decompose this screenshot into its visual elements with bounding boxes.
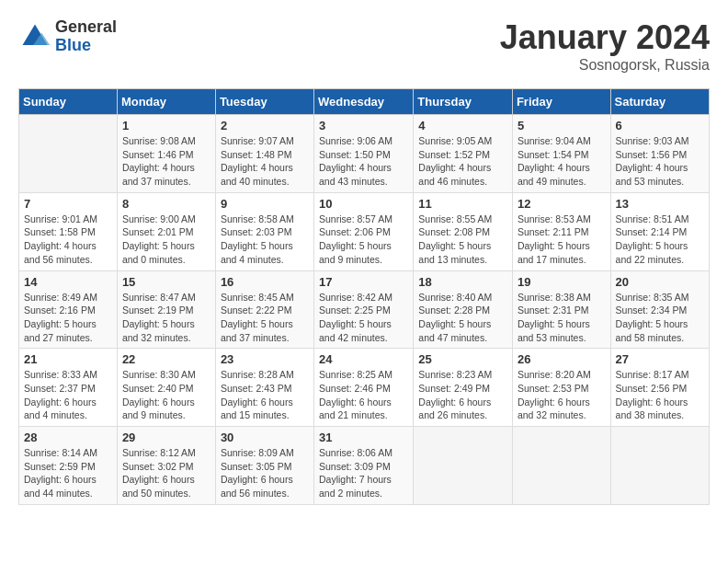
day-number: 30 — [221, 431, 309, 444]
day-number: 17 — [319, 275, 408, 289]
day-info: Sunrise: 8:23 AMSunset: 2:49 PMDaylight:… — [418, 368, 507, 422]
day-header-tuesday: Tuesday — [215, 89, 313, 115]
day-number: 22 — [122, 352, 210, 366]
title-block: January 2024 Sosnogorsk, Russia — [500, 18, 710, 74]
day-info: Sunrise: 8:49 AMSunset: 2:16 PMDaylight:… — [24, 291, 112, 345]
day-number: 31 — [319, 431, 408, 444]
day-number: 8 — [122, 197, 210, 211]
day-header-sunday: Sunday — [19, 89, 118, 115]
location-subtitle: Sosnogorsk, Russia — [500, 57, 710, 74]
calendar-cell: 9Sunrise: 8:58 AMSunset: 2:03 PMDaylight… — [215, 192, 313, 270]
month-title: January 2024 — [500, 18, 710, 57]
logo-text: General Blue — [55, 18, 117, 55]
calendar-cell: 31Sunrise: 8:06 AMSunset: 3:09 PMDayligh… — [314, 427, 414, 505]
logo: General Blue — [18, 18, 117, 55]
day-number: 4 — [418, 119, 507, 132]
calendar-week-row: 7Sunrise: 9:01 AMSunset: 1:58 PMDaylight… — [19, 192, 710, 270]
day-info: Sunrise: 8:58 AMSunset: 2:03 PMDaylight:… — [221, 213, 309, 267]
day-info: Sunrise: 8:51 AMSunset: 2:14 PMDaylight:… — [616, 213, 704, 267]
day-number: 21 — [24, 352, 112, 366]
day-info: Sunrise: 9:07 AMSunset: 1:48 PMDaylight:… — [221, 134, 309, 189]
day-number: 26 — [518, 352, 606, 366]
day-number: 6 — [616, 119, 704, 132]
day-info: Sunrise: 8:40 AMSunset: 2:28 PMDaylight:… — [418, 291, 507, 345]
day-number: 12 — [518, 197, 606, 211]
day-header-friday: Friday — [512, 89, 610, 115]
day-info: Sunrise: 8:20 AMSunset: 2:53 PMDaylight:… — [518, 368, 606, 422]
calendar-cell: 7Sunrise: 9:01 AMSunset: 1:58 PMDaylight… — [19, 192, 118, 270]
day-number: 24 — [319, 352, 408, 366]
day-header-monday: Monday — [117, 89, 215, 115]
day-number: 25 — [418, 352, 507, 366]
calendar-cell: 8Sunrise: 9:00 AMSunset: 2:01 PMDaylight… — [117, 192, 215, 270]
calendar-cell: 4Sunrise: 9:05 AMSunset: 1:52 PMDaylight… — [414, 115, 513, 193]
day-number: 14 — [24, 275, 112, 289]
calendar-cell: 6Sunrise: 9:03 AMSunset: 1:56 PMDaylight… — [610, 115, 709, 193]
calendar-cell: 12Sunrise: 8:53 AMSunset: 2:11 PMDayligh… — [512, 192, 610, 270]
day-number: 16 — [221, 275, 309, 289]
day-number: 15 — [122, 275, 210, 289]
calendar-cell: 18Sunrise: 8:40 AMSunset: 2:28 PMDayligh… — [414, 270, 513, 349]
calendar-cell: 1Sunrise: 9:08 AMSunset: 1:46 PMDaylight… — [117, 115, 215, 193]
calendar-cell: 2Sunrise: 9:07 AMSunset: 1:48 PMDaylight… — [215, 115, 313, 193]
day-header-saturday: Saturday — [610, 89, 709, 115]
calendar-cell: 25Sunrise: 8:23 AMSunset: 2:49 PMDayligh… — [414, 349, 513, 427]
day-header-wednesday: Wednesday — [314, 89, 414, 115]
day-info: Sunrise: 8:38 AMSunset: 2:31 PMDaylight:… — [518, 291, 606, 345]
calendar-cell — [19, 115, 118, 193]
day-info: Sunrise: 9:06 AMSunset: 1:50 PMDaylight:… — [319, 134, 408, 189]
calendar-cell: 22Sunrise: 8:30 AMSunset: 2:40 PMDayligh… — [117, 349, 215, 427]
day-info: Sunrise: 8:47 AMSunset: 2:19 PMDaylight:… — [122, 291, 210, 345]
day-info: Sunrise: 8:06 AMSunset: 3:09 PMDaylight:… — [319, 446, 408, 500]
calendar-cell: 13Sunrise: 8:51 AMSunset: 2:14 PMDayligh… — [610, 192, 709, 270]
day-number: 9 — [221, 197, 309, 211]
calendar-cell: 17Sunrise: 8:42 AMSunset: 2:25 PMDayligh… — [314, 270, 414, 349]
day-info: Sunrise: 8:45 AMSunset: 2:22 PMDaylight:… — [221, 291, 309, 345]
day-info: Sunrise: 8:42 AMSunset: 2:25 PMDaylight:… — [319, 291, 408, 345]
calendar-week-row: 1Sunrise: 9:08 AMSunset: 1:46 PMDaylight… — [19, 115, 710, 193]
calendar-cell: 3Sunrise: 9:06 AMSunset: 1:50 PMDaylight… — [314, 115, 414, 193]
day-info: Sunrise: 8:53 AMSunset: 2:11 PMDaylight:… — [518, 213, 606, 267]
day-info: Sunrise: 8:17 AMSunset: 2:56 PMDaylight:… — [616, 368, 704, 422]
day-number: 1 — [122, 119, 210, 132]
calendar-cell: 23Sunrise: 8:28 AMSunset: 2:43 PMDayligh… — [215, 349, 313, 427]
day-number: 3 — [319, 119, 408, 132]
calendar-cell: 19Sunrise: 8:38 AMSunset: 2:31 PMDayligh… — [512, 270, 610, 349]
calendar-cell: 15Sunrise: 8:47 AMSunset: 2:19 PMDayligh… — [117, 270, 215, 349]
day-number: 20 — [616, 275, 704, 289]
logo-icon — [18, 20, 51, 53]
day-number: 29 — [122, 431, 210, 444]
day-info: Sunrise: 8:57 AMSunset: 2:06 PMDaylight:… — [319, 213, 408, 267]
calendar-cell: 16Sunrise: 8:45 AMSunset: 2:22 PMDayligh… — [215, 270, 313, 349]
day-info: Sunrise: 8:28 AMSunset: 2:43 PMDaylight:… — [221, 368, 309, 422]
logo-general: General — [55, 18, 117, 37]
day-info: Sunrise: 8:33 AMSunset: 2:37 PMDaylight:… — [24, 368, 112, 422]
calendar-cell: 26Sunrise: 8:20 AMSunset: 2:53 PMDayligh… — [512, 349, 610, 427]
logo-blue: Blue — [55, 37, 117, 55]
day-info: Sunrise: 9:04 AMSunset: 1:54 PMDaylight:… — [518, 134, 606, 189]
day-number: 10 — [319, 197, 408, 211]
day-number: 5 — [518, 119, 606, 132]
calendar-cell: 21Sunrise: 8:33 AMSunset: 2:37 PMDayligh… — [19, 349, 118, 427]
day-info: Sunrise: 8:25 AMSunset: 2:46 PMDaylight:… — [319, 368, 408, 422]
day-info: Sunrise: 8:14 AMSunset: 2:59 PMDaylight:… — [24, 446, 112, 500]
day-info: Sunrise: 9:01 AMSunset: 1:58 PMDaylight:… — [24, 213, 112, 267]
day-info: Sunrise: 8:12 AMSunset: 3:02 PMDaylight:… — [122, 446, 210, 500]
day-header-thursday: Thursday — [414, 89, 513, 115]
calendar-week-row: 28Sunrise: 8:14 AMSunset: 2:59 PMDayligh… — [19, 427, 710, 505]
day-info: Sunrise: 9:00 AMSunset: 2:01 PMDaylight:… — [122, 213, 210, 267]
calendar-cell: 11Sunrise: 8:55 AMSunset: 2:08 PMDayligh… — [414, 192, 513, 270]
calendar-cell: 29Sunrise: 8:12 AMSunset: 3:02 PMDayligh… — [117, 427, 215, 505]
calendar-week-row: 21Sunrise: 8:33 AMSunset: 2:37 PMDayligh… — [19, 349, 710, 427]
day-info: Sunrise: 8:35 AMSunset: 2:34 PMDaylight:… — [616, 291, 704, 345]
day-info: Sunrise: 9:08 AMSunset: 1:46 PMDaylight:… — [122, 134, 210, 189]
calendar-cell — [610, 427, 709, 505]
day-info: Sunrise: 9:03 AMSunset: 1:56 PMDaylight:… — [616, 134, 704, 189]
calendar-cell: 5Sunrise: 9:04 AMSunset: 1:54 PMDaylight… — [512, 115, 610, 193]
day-info: Sunrise: 9:05 AMSunset: 1:52 PMDaylight:… — [418, 134, 507, 189]
day-number: 18 — [418, 275, 507, 289]
calendar-header-row: SundayMondayTuesdayWednesdayThursdayFrid… — [19, 89, 710, 115]
day-info: Sunrise: 8:09 AMSunset: 3:05 PMDaylight:… — [221, 446, 309, 500]
day-number: 11 — [418, 197, 507, 211]
calendar-cell: 14Sunrise: 8:49 AMSunset: 2:16 PMDayligh… — [19, 270, 118, 349]
